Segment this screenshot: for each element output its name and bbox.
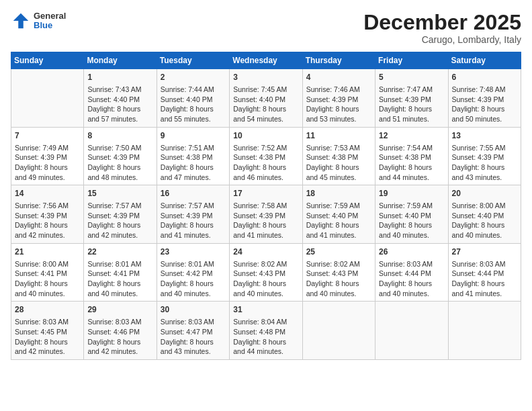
calendar-cell: 30Sunrise: 8:03 AM Sunset: 4:47 PM Dayli… (157, 302, 229, 360)
calendar-cell: 5Sunrise: 7:47 AM Sunset: 4:39 PM Daylig… (375, 69, 448, 128)
day-number: 1 (87, 72, 152, 83)
calendar-cell: 4Sunrise: 7:46 AM Sunset: 4:39 PM Daylig… (302, 69, 375, 128)
calendar-cell (448, 302, 521, 360)
day-number: 31 (233, 304, 298, 316)
calendar-cell: 19Sunrise: 7:59 AM Sunset: 4:40 PM Dayli… (375, 185, 448, 244)
calendar-cell: 1Sunrise: 7:43 AM Sunset: 4:40 PM Daylig… (84, 69, 157, 128)
day-number: 6 (452, 72, 517, 83)
day-number: 23 (161, 246, 226, 258)
day-info: Sunrise: 8:01 AM Sunset: 4:41 PM Dayligh… (87, 259, 152, 299)
calendar-cell: 11Sunrise: 7:53 AM Sunset: 4:38 PM Dayli… (302, 127, 375, 185)
day-info: Sunrise: 7:47 AM Sunset: 4:39 PM Dayligh… (379, 85, 444, 124)
calendar-cell: 9Sunrise: 7:51 AM Sunset: 4:38 PM Daylig… (157, 127, 229, 185)
day-header-wednesday: Wednesday (230, 52, 302, 69)
calendar-cell: 23Sunrise: 8:01 AM Sunset: 4:42 PM Dayli… (157, 243, 229, 302)
day-info: Sunrise: 7:59 AM Sunset: 4:40 PM Dayligh… (379, 201, 444, 240)
day-info: Sunrise: 7:43 AM Sunset: 4:40 PM Dayligh… (87, 85, 152, 124)
day-info: Sunrise: 8:03 AM Sunset: 4:45 PM Dayligh… (15, 317, 80, 357)
day-number: 15 (87, 188, 152, 199)
day-info: Sunrise: 7:44 AM Sunset: 4:40 PM Dayligh… (161, 85, 226, 124)
day-info: Sunrise: 8:00 AM Sunset: 4:41 PM Dayligh… (15, 259, 80, 299)
day-number: 19 (379, 188, 444, 199)
day-number: 7 (15, 130, 80, 142)
day-info: Sunrise: 7:59 AM Sunset: 4:40 PM Dayligh… (306, 201, 371, 240)
logo-icon (11, 11, 31, 31)
day-number: 5 (379, 72, 444, 83)
calendar-cell: 26Sunrise: 8:03 AM Sunset: 4:44 PM Dayli… (375, 243, 448, 302)
calendar-cell: 13Sunrise: 7:55 AM Sunset: 4:39 PM Dayli… (448, 127, 521, 185)
day-number: 27 (452, 246, 517, 258)
day-number: 2 (161, 72, 226, 83)
day-info: Sunrise: 7:58 AM Sunset: 4:39 PM Dayligh… (233, 201, 298, 240)
day-info: Sunrise: 8:03 AM Sunset: 4:44 PM Dayligh… (452, 259, 517, 299)
calendar-cell: 21Sunrise: 8:00 AM Sunset: 4:41 PM Dayli… (11, 243, 84, 302)
page-header: General Blue December 2025 Carugo, Lomba… (11, 11, 521, 45)
calendar-cell: 28Sunrise: 8:03 AM Sunset: 4:45 PM Dayli… (11, 302, 84, 360)
day-number: 18 (306, 188, 371, 199)
day-header-friday: Friday (375, 52, 448, 69)
day-number: 11 (306, 130, 371, 142)
svg-marker-0 (13, 13, 29, 29)
day-info: Sunrise: 7:57 AM Sunset: 4:39 PM Dayligh… (87, 201, 152, 240)
day-number: 30 (161, 304, 226, 316)
day-number: 25 (306, 246, 371, 258)
calendar-cell: 25Sunrise: 8:02 AM Sunset: 4:43 PM Dayli… (302, 243, 375, 302)
calendar-table: SundayMondayTuesdayWednesdayThursdayFrid… (11, 52, 521, 360)
day-header-monday: Monday (84, 52, 157, 69)
day-info: Sunrise: 8:01 AM Sunset: 4:42 PM Dayligh… (161, 259, 226, 299)
day-number: 13 (452, 130, 517, 142)
day-number: 8 (87, 130, 152, 142)
day-info: Sunrise: 7:50 AM Sunset: 4:39 PM Dayligh… (87, 143, 152, 183)
day-number: 26 (379, 246, 444, 258)
day-info: Sunrise: 8:02 AM Sunset: 4:43 PM Dayligh… (306, 259, 371, 299)
calendar-week-row: 1Sunrise: 7:43 AM Sunset: 4:40 PM Daylig… (11, 69, 521, 128)
calendar-cell: 20Sunrise: 8:00 AM Sunset: 4:40 PM Dayli… (448, 185, 521, 244)
calendar-cell: 12Sunrise: 7:54 AM Sunset: 4:38 PM Dayli… (375, 127, 448, 185)
month-title: December 2025 (363, 11, 521, 34)
day-info: Sunrise: 7:46 AM Sunset: 4:39 PM Dayligh… (306, 85, 371, 124)
day-info: Sunrise: 8:00 AM Sunset: 4:40 PM Dayligh… (452, 201, 517, 240)
calendar-cell (302, 302, 375, 360)
day-number: 16 (161, 188, 226, 199)
day-info: Sunrise: 7:52 AM Sunset: 4:38 PM Dayligh… (233, 143, 298, 183)
calendar-cell: 14Sunrise: 7:56 AM Sunset: 4:39 PM Dayli… (11, 185, 84, 244)
day-number: 29 (87, 304, 152, 316)
day-info: Sunrise: 7:55 AM Sunset: 4:39 PM Dayligh… (452, 143, 517, 183)
logo-blue: Blue (34, 21, 66, 30)
day-number: 28 (15, 304, 80, 316)
calendar-week-row: 21Sunrise: 8:00 AM Sunset: 4:41 PM Dayli… (11, 243, 521, 302)
day-info: Sunrise: 7:53 AM Sunset: 4:38 PM Dayligh… (306, 143, 371, 183)
day-info: Sunrise: 8:02 AM Sunset: 4:43 PM Dayligh… (233, 259, 298, 299)
day-number: 22 (87, 246, 152, 258)
calendar-cell: 8Sunrise: 7:50 AM Sunset: 4:39 PM Daylig… (84, 127, 157, 185)
calendar-cell: 29Sunrise: 8:03 AM Sunset: 4:46 PM Dayli… (84, 302, 157, 360)
day-number: 10 (233, 130, 298, 142)
day-header-thursday: Thursday (302, 52, 375, 69)
calendar-cell: 2Sunrise: 7:44 AM Sunset: 4:40 PM Daylig… (157, 69, 229, 128)
day-info: Sunrise: 8:03 AM Sunset: 4:46 PM Dayligh… (87, 317, 152, 357)
calendar-week-row: 7Sunrise: 7:49 AM Sunset: 4:39 PM Daylig… (11, 127, 521, 185)
calendar-cell: 24Sunrise: 8:02 AM Sunset: 4:43 PM Dayli… (230, 243, 302, 302)
calendar-cell: 3Sunrise: 7:45 AM Sunset: 4:40 PM Daylig… (230, 69, 302, 128)
calendar-cell (11, 69, 84, 128)
day-number: 4 (306, 72, 371, 83)
day-number: 9 (161, 130, 226, 142)
calendar-cell: 18Sunrise: 7:59 AM Sunset: 4:40 PM Dayli… (302, 185, 375, 244)
day-number: 14 (15, 188, 80, 199)
day-header-sunday: Sunday (11, 52, 84, 69)
location-subtitle: Carugo, Lombardy, Italy (363, 34, 521, 45)
title-block: December 2025 Carugo, Lombardy, Italy (363, 11, 521, 45)
calendar-week-row: 28Sunrise: 8:03 AM Sunset: 4:45 PM Dayli… (11, 302, 521, 360)
day-info: Sunrise: 7:49 AM Sunset: 4:39 PM Dayligh… (15, 143, 80, 183)
day-number: 3 (233, 72, 298, 83)
day-info: Sunrise: 7:51 AM Sunset: 4:38 PM Dayligh… (161, 143, 226, 183)
day-info: Sunrise: 7:45 AM Sunset: 4:40 PM Dayligh… (233, 85, 298, 124)
calendar-cell: 10Sunrise: 7:52 AM Sunset: 4:38 PM Dayli… (230, 127, 302, 185)
calendar-cell: 17Sunrise: 7:58 AM Sunset: 4:39 PM Dayli… (230, 185, 302, 244)
calendar-cell: 15Sunrise: 7:57 AM Sunset: 4:39 PM Dayli… (84, 185, 157, 244)
day-info: Sunrise: 8:03 AM Sunset: 4:47 PM Dayligh… (161, 317, 226, 357)
day-number: 20 (452, 188, 517, 199)
calendar-cell: 27Sunrise: 8:03 AM Sunset: 4:44 PM Dayli… (448, 243, 521, 302)
calendar-cell: 16Sunrise: 7:57 AM Sunset: 4:39 PM Dayli… (157, 185, 229, 244)
calendar-cell: 7Sunrise: 7:49 AM Sunset: 4:39 PM Daylig… (11, 127, 84, 185)
